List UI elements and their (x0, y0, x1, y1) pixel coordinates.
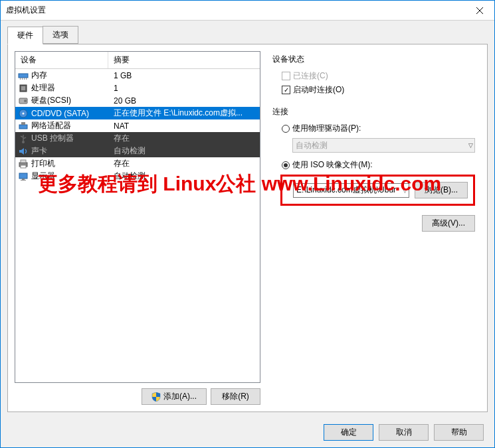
physical-drive-combo: 自动检测 ▽ (292, 138, 475, 153)
device-status-group: 设备状态 已连接(C) ✓ 启动时连接(O) (272, 54, 475, 97)
disk-icon (18, 96, 29, 106)
iso-path-combo[interactable]: E:\Linuxidc.com虚拟机\Ubur ▽ (293, 183, 409, 198)
left-buttons: 添加(A)... 移除(R) (15, 388, 260, 405)
iso-path-text: E:\Linuxidc.com虚拟机\Ubur (296, 185, 396, 196)
device-summary: 正在使用文件 E:\Linuxidc.com虚拟... (108, 108, 260, 119)
tab-hardware[interactable]: 硬件 (7, 27, 43, 44)
device-name: 内存 (31, 70, 47, 81)
close-icon (476, 7, 483, 14)
device-row[interactable]: 显示器 自动检测 (15, 170, 260, 183)
vm-settings-dialog: 虚拟机设置 硬件 选项 更多教程请到 Linux公社 www.Linuxidc.… (0, 0, 495, 448)
physical-drive-row[interactable]: 使用物理驱动器(P): (272, 121, 475, 135)
device-name: 声卡 (31, 145, 47, 157)
titlebar: 虚拟机设置 (1, 1, 494, 21)
svg-rect-21 (21, 165, 26, 168)
cd-icon (18, 108, 29, 119)
svg-rect-22 (19, 173, 27, 179)
physical-drive-combo-row: 自动检测 ▽ (272, 138, 475, 153)
svg-rect-2 (19, 74, 28, 78)
help-button[interactable]: 帮助 (434, 424, 484, 441)
chevron-down-icon[interactable]: ▽ (403, 187, 407, 194)
device-row[interactable]: USB 控制器 存在 (15, 132, 260, 145)
device-name: USB 控制器 (31, 133, 74, 144)
svg-rect-13 (19, 125, 27, 129)
device-summary: 自动检测 (108, 145, 260, 157)
device-name: 显示器 (31, 171, 55, 182)
connect-on-start-label: 启动时连接(O) (293, 84, 344, 96)
network-icon (18, 121, 29, 131)
add-label: 添加(A)... (163, 391, 197, 402)
device-summary: 1 (108, 84, 260, 93)
svg-rect-6 (26, 78, 27, 80)
device-summary: 1 GB (108, 71, 260, 80)
header-summary[interactable]: 摘要 (108, 52, 260, 68)
connection-group: 连接 使用物理驱动器(P): 自动检测 ▽ 使用 ISO 映像文件(M): (272, 106, 475, 206)
status-title: 设备状态 (272, 54, 475, 65)
device-name: 硬盘(SCSI) (31, 95, 71, 106)
usb-icon (18, 133, 29, 144)
browse-button[interactable]: 浏览(B)... (415, 182, 468, 198)
physical-drive-label: 使用物理驱动器(P): (292, 123, 361, 134)
device-row[interactable]: 打印机 存在 (15, 157, 260, 170)
advanced-button[interactable]: 高级(V)... (422, 215, 475, 232)
physical-drive-radio[interactable] (282, 125, 290, 133)
iso-file-radio[interactable] (282, 161, 290, 169)
iso-file-label: 使用 ISO 映像文件(M): (292, 159, 373, 171)
device-row[interactable]: 处理器 1 (15, 82, 260, 94)
cancel-button[interactable]: 取消 (379, 424, 429, 441)
connect-on-start-checkbox[interactable]: ✓ (282, 86, 290, 94)
display-icon (18, 171, 29, 182)
header-device[interactable]: 设备 (15, 52, 108, 68)
printer-icon (18, 159, 29, 169)
window-title: 虚拟机设置 (1, 5, 46, 16)
advanced-row: 高级(V)... (272, 215, 475, 232)
connect-on-start-row[interactable]: ✓ 启动时连接(O) (272, 83, 475, 97)
device-summary: 存在 (108, 158, 260, 169)
dialog-footer: 确定 取消 帮助 (1, 417, 494, 447)
remove-button[interactable]: 移除(R) (211, 388, 260, 405)
device-name: CD/DVD (SATA) (31, 109, 89, 118)
table-header: 设备 摘要 (15, 52, 260, 69)
device-list: 设备 摘要 内存 1 GB 处理器 1 硬盘(SCSI) 20 GB CD/DV… (15, 51, 260, 383)
cpu-icon (18, 83, 29, 94)
device-name: 打印机 (31, 158, 55, 169)
device-name: 处理器 (31, 82, 55, 94)
svg-rect-14 (21, 122, 25, 125)
chevron-down-icon: ▽ (468, 142, 473, 149)
shield-icon (151, 392, 161, 402)
device-row[interactable]: 网络适配器 NAT (15, 119, 260, 132)
highlight-box: E:\Linuxidc.com虚拟机\Ubur ▽ 浏览(B)... (280, 175, 475, 206)
device-summary: 20 GB (108, 96, 260, 106)
close-button[interactable] (464, 1, 494, 20)
svg-rect-20 (21, 160, 26, 163)
iso-path-row: E:\Linuxidc.com虚拟机\Ubur ▽ 浏览(B)... (288, 182, 468, 198)
connected-label: 已连接(C) (293, 70, 328, 82)
svg-point-12 (23, 112, 25, 114)
left-panel: 设备 摘要 内存 1 GB 处理器 1 硬盘(SCSI) 20 GB CD/DV… (15, 51, 260, 405)
iso-file-row[interactable]: 使用 ISO 映像文件(M): (272, 158, 475, 172)
svg-rect-3 (20, 78, 21, 80)
device-summary: 存在 (108, 133, 260, 144)
device-row[interactable]: 硬盘(SCSI) 20 GB (15, 94, 260, 107)
device-name: 网络适配器 (31, 120, 71, 131)
svg-rect-8 (21, 86, 25, 90)
connection-title: 连接 (272, 106, 475, 117)
svg-rect-24 (21, 180, 26, 181)
svg-point-10 (24, 100, 27, 102)
memory-icon (18, 70, 29, 81)
add-button[interactable]: 添加(A)... (142, 388, 207, 405)
svg-rect-23 (22, 179, 25, 180)
tabs: 硬件 选项 (7, 26, 494, 44)
ok-button[interactable]: 确定 (324, 424, 373, 441)
tab-content: 更多教程请到 Linux公社 www.Linuxidc.com 设备 摘要 内存… (7, 44, 488, 412)
svg-rect-5 (24, 78, 25, 80)
device-row[interactable]: 内存 1 GB (15, 69, 260, 82)
device-summary: 自动检测 (108, 171, 260, 182)
device-summary: NAT (108, 121, 260, 131)
tab-options[interactable]: 选项 (43, 26, 78, 44)
device-row[interactable]: 声卡 自动检测 (15, 145, 260, 157)
right-panel: 设备状态 已连接(C) ✓ 启动时连接(O) 连接 使用物理驱动器(P): (267, 51, 480, 405)
svg-rect-4 (22, 78, 23, 80)
device-row[interactable]: CD/DVD (SATA) 正在使用文件 E:\Linuxidc.com虚拟..… (15, 107, 260, 119)
auto-detect-text: 自动检测 (296, 140, 328, 151)
